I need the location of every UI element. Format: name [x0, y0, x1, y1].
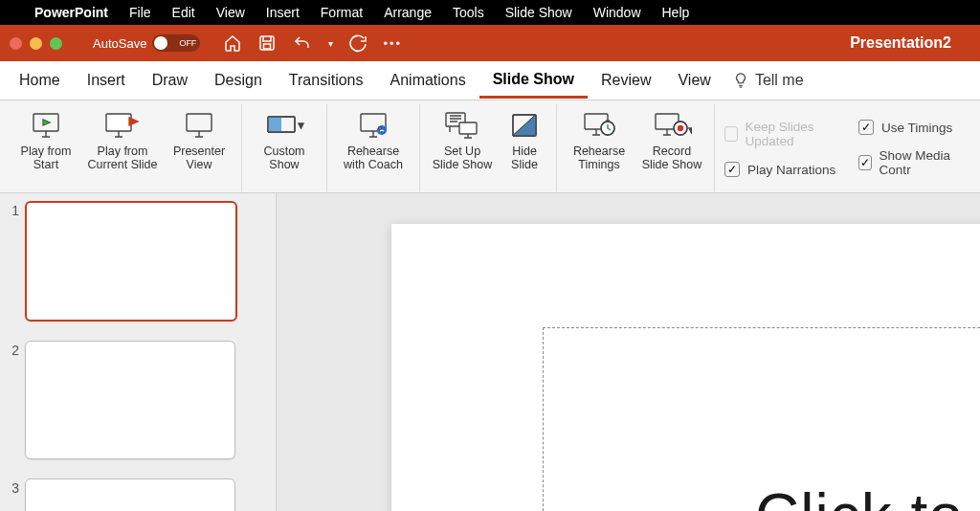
slide-thumbnail-1[interactable]	[25, 201, 237, 322]
mac-menubar[interactable]: PowerPoint File Edit View Insert Format …	[0, 0, 980, 25]
mac-menu-tools[interactable]: Tools	[453, 5, 484, 20]
undo-dropdown-icon[interactable]: ▾	[328, 38, 333, 49]
svg-rect-1	[264, 44, 271, 49]
mac-menu-window[interactable]: Window	[593, 5, 641, 20]
rehearse-coach-button[interactable]: Rehearsewith Coach	[333, 108, 413, 171]
set-up-label: Set UpSlide Show	[433, 144, 493, 171]
autosave-state: OFF	[179, 38, 196, 48]
svg-point-23	[678, 125, 683, 131]
custom-show-label: CustomShow	[263, 144, 304, 171]
presenter-view-button[interactable]: PresenterView	[163, 108, 235, 171]
record-label: RecordSlide Show	[642, 144, 702, 171]
window-minimize-icon[interactable]	[30, 37, 42, 50]
mac-menu-help[interactable]: Help	[662, 5, 690, 20]
svg-text:▾: ▾	[689, 124, 692, 135]
rehearse-timings-label: RehearseTimings	[573, 144, 625, 171]
ribbon-toolbar: Play fromStart Play fromCurrent Slide Pr…	[0, 100, 980, 193]
keep-slides-updated-checkbox: Keep Slides Updated	[724, 120, 845, 148]
play-from-start-label: Play fromStart	[21, 144, 72, 171]
ribbon-tabs: Home Insert Draw Design Transitions Anim…	[0, 61, 980, 100]
hide-slide-label: HideSlide	[511, 144, 538, 171]
custom-show-button[interactable]: ▾ CustomShow	[248, 108, 321, 171]
slide-number: 3	[6, 478, 19, 496]
tell-me-search[interactable]: Tell me	[732, 72, 804, 89]
svg-text:▾: ▾	[299, 120, 303, 130]
document-title[interactable]: Presentation2	[850, 34, 951, 52]
play-narrations-label: Play Narrations	[747, 163, 835, 177]
window-close-icon[interactable]	[10, 37, 22, 50]
tab-animations[interactable]: Animations	[377, 64, 479, 97]
tab-view[interactable]: View	[664, 64, 724, 97]
autosave-label: AutoSave	[93, 36, 146, 51]
tell-me-label: Tell me	[755, 72, 804, 89]
svg-rect-0	[260, 36, 274, 50]
mac-menu-insert[interactable]: Insert	[266, 5, 300, 20]
mac-menu-file[interactable]: File	[129, 5, 151, 20]
slide-thumbnail-panel[interactable]: 1 2 3	[0, 193, 277, 511]
undo-icon[interactable]	[292, 33, 311, 53]
slide-thumbnail-3[interactable]	[25, 478, 235, 511]
mac-menu-view[interactable]: View	[216, 5, 245, 20]
tab-draw[interactable]: Draw	[139, 64, 201, 97]
mac-menu-format[interactable]: Format	[321, 5, 363, 20]
svg-rect-4	[187, 114, 212, 131]
slide-number: 1	[6, 201, 19, 218]
save-icon[interactable]	[257, 33, 277, 53]
title-placeholder-text[interactable]: Click to	[755, 480, 964, 511]
svg-rect-6	[268, 117, 281, 132]
tab-slide-show[interactable]: Slide Show	[479, 63, 588, 99]
slide-thumbnail-2[interactable]	[25, 341, 235, 459]
more-icon[interactable]: •••	[383, 36, 402, 51]
svg-rect-13	[459, 122, 477, 134]
workspace: 1 2 3 Click to	[0, 193, 980, 511]
show-media-controls-checkbox[interactable]: ✓Show Media Contr	[858, 148, 967, 177]
play-from-start-button[interactable]: Play fromStart	[10, 108, 82, 171]
svg-rect-3	[106, 114, 131, 131]
keep-updated-label: Keep Slides Updated	[746, 120, 846, 148]
home-icon[interactable]	[223, 33, 242, 53]
tab-review[interactable]: Review	[588, 64, 664, 97]
play-from-current-label: Play fromCurrent Slide	[88, 144, 158, 171]
rehearse-timings-button[interactable]: RehearseTimings	[563, 108, 635, 171]
use-timings-label: Use Timings	[881, 121, 952, 135]
app-titlebar: AutoSave OFF ▾ ••• Presentation2	[0, 25, 980, 61]
play-from-current-button[interactable]: Play fromCurrent Slide	[82, 108, 163, 171]
mac-menu-arrange[interactable]: Arrange	[384, 5, 432, 20]
slide-canvas[interactable]: Click to	[391, 224, 980, 511]
autosave-toggle[interactable]: AutoSave OFF	[93, 34, 200, 52]
tab-insert[interactable]: Insert	[74, 64, 139, 97]
slide-number: 2	[6, 341, 19, 358]
tab-design[interactable]: Design	[201, 64, 276, 97]
lightbulb-icon	[732, 72, 749, 89]
set-up-slideshow-button[interactable]: Set UpSlide Show	[426, 108, 499, 171]
redo-icon[interactable]	[348, 33, 368, 53]
show-media-label: Show Media Contr	[880, 148, 967, 177]
rehearse-coach-label: Rehearsewith Coach	[344, 144, 403, 171]
play-narrations-checkbox[interactable]: ✓Play Narrations	[724, 162, 845, 177]
slide-canvas-area[interactable]: Click to	[277, 193, 980, 511]
tab-home[interactable]: Home	[6, 64, 74, 97]
mac-menu-appname[interactable]: PowerPoint	[34, 5, 108, 20]
svg-point-11	[379, 127, 382, 130]
use-timings-checkbox[interactable]: ✓Use Timings	[858, 120, 967, 135]
presenter-view-label: PresenterView	[173, 144, 225, 171]
hide-slide-button[interactable]: HideSlide	[499, 108, 550, 171]
record-slideshow-button[interactable]: ▾ RecordSlide Show	[635, 108, 708, 171]
window-maximize-icon[interactable]	[50, 37, 62, 50]
mac-menu-slideshow[interactable]: Slide Show	[505, 5, 572, 20]
mac-menu-edit[interactable]: Edit	[172, 5, 195, 20]
tab-transitions[interactable]: Transitions	[276, 64, 377, 97]
